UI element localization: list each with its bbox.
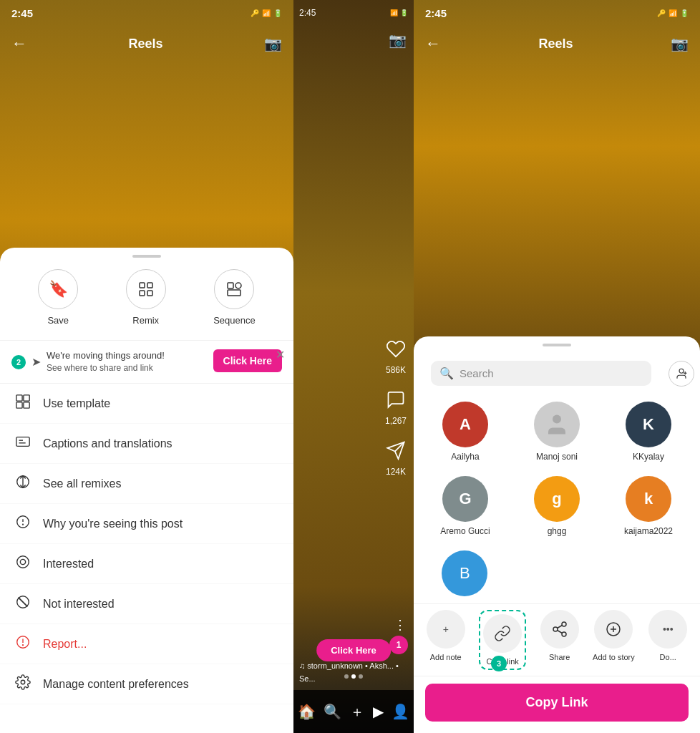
remix-icon-circle [126,269,166,309]
battery-icon: 🔋 [273,9,282,17]
captions-icon [14,434,31,453]
bottom-nav-middle: 🏠 🔍 ＋ ▶ 👤 [293,690,414,733]
menu-item-not-interested[interactable]: Not interested [0,584,293,624]
contact-manoj[interactable]: Manoj soni [511,394,603,469]
comment-action[interactable]: 1,267 [385,389,407,426]
music-text: ♫ storm_unknown • Aksh... • Se... [299,661,399,683]
right-actions-middle: 586K 1,267 124K [385,339,407,477]
search-bar[interactable]: 🔍 Search [431,361,651,386]
menu-item-manage[interactable]: Manage content preferences [0,664,293,704]
contact-aailyha[interactable]: A Aailyha [419,394,511,469]
more-options-button[interactable]: ⋮ [394,617,407,633]
more-share-label: Do... [660,653,676,661]
status-bar-left: 2:45 🔑 📶 🔋 [0,0,293,26]
like-count: 586K [386,365,406,375]
more-share-action[interactable]: ••• Do... [648,610,687,670]
notif-line1: We're moving things around! [47,349,206,362]
menu-item-template[interactable]: Use template [0,384,293,424]
notification-banner: 2 ➤ We're moving things around! See wher… [0,341,293,384]
contact-kkyalay[interactable]: K KKyalay [603,394,694,469]
notif-click-button[interactable]: Click Here [213,349,282,372]
battery-icon-right: 🔋 [680,9,689,17]
svg-rect-6 [228,290,240,296]
menu-item-interested[interactable]: Interested [0,544,293,584]
svg-line-37 [557,626,562,628]
svg-point-18 [23,524,24,525]
share-icon [386,440,406,465]
notif-icon: ➤ [31,355,41,369]
share-actions-row: + Add note Copy link [414,603,700,676]
sequence-action[interactable]: Sequence [213,269,256,326]
key-icon: 🔑 [251,9,259,17]
left-panel: 2:45 🔑 📶 🔋 ← Reels 📷 🔖 Save [0,0,293,733]
add-user-button[interactable] [669,361,694,387]
sequence-icon-circle [214,269,254,309]
status-time-middle: 2:45 [299,8,316,18]
remixes-label: See all remixes [43,477,121,490]
dots-icon: ••• [663,623,674,635]
avatar-aremo: G [442,476,488,522]
back-button-right[interactable]: ← [425,34,441,53]
more-share-icon: ••• [648,610,687,649]
svg-point-5 [235,283,241,288]
add-note-icon: + [427,610,465,649]
header-right: ← Reels 📷 [414,26,700,62]
share-send-action[interactable]: Share [540,610,579,670]
partial-contacts-row: B [414,543,700,603]
svg-point-32 [553,415,561,424]
search-icon-mid[interactable]: 🔍 [324,703,341,720]
menu-item-remixes[interactable]: See all remixes [0,464,293,504]
add-note-action[interactable]: + Add note [427,610,465,670]
search-placeholder[interactable]: Search [460,367,643,379]
share-count: 124K [386,467,406,477]
svg-rect-3 [140,291,145,296]
bottom-sheet: 🔖 Save Remix [0,248,293,733]
svg-rect-10 [24,402,29,408]
menu-item-report[interactable]: Report... [0,624,293,664]
camera-icon-middle[interactable]: 📷 [389,31,407,49]
remix-action[interactable]: Remix [126,269,166,326]
avatar-kaijama: k [626,476,671,522]
reels-icon-mid[interactable]: ▶ [373,703,384,720]
save-icon-circle: 🔖 [38,269,78,309]
wifi-icon-right: 📶 [669,9,677,17]
why-label: Why you're seeing this post [43,518,183,530]
action-icons-row: 🔖 Save Remix [0,269,293,341]
avatar-partial-1: B [442,550,487,596]
add-story-action[interactable]: Add to story [593,610,635,670]
svg-point-34 [553,627,558,631]
camera-icon-right[interactable]: 📷 [671,35,689,52]
create-icon-mid[interactable]: ＋ [350,702,364,722]
contact-partial-1[interactable]: B [419,543,510,603]
share-click-here-button[interactable]: Click Here [316,639,391,661]
like-action[interactable]: 586K [386,339,406,375]
report-label: Report... [43,638,87,651]
back-button-left[interactable]: ← [11,34,27,53]
plus-icon-note: + [443,623,449,635]
camera-icon-left[interactable]: 📷 [264,35,282,52]
contact-ghgg[interactable]: g ghgg [511,469,603,543]
menu-item-captions[interactable]: Captions and translations [0,424,293,464]
menu-item-why[interactable]: Why you're seeing this post [0,504,293,544]
svg-point-29 [679,369,684,373]
contact-name-kkyalay: KKyalay [633,452,664,462]
share-action[interactable]: 124K [386,440,406,477]
comment-count: 1,267 [385,416,407,426]
report-icon [14,634,31,654]
status-time-right: 2:45 [425,7,447,19]
notif-close-button[interactable]: ✕ [276,348,285,361]
template-icon [14,394,31,413]
avatar-ghgg: g [534,476,580,522]
home-icon-mid[interactable]: 🏠 [298,703,316,720]
notif-line2: See where to share and link [47,362,206,374]
sequence-label: Sequence [213,315,256,326]
profile-icon-mid[interactable]: 👤 [392,703,409,720]
contact-kaijama[interactable]: k kaijama2022 [603,469,694,543]
captions-label: Captions and translations [43,437,172,450]
save-action[interactable]: 🔖 Save [38,269,78,326]
copy-link-button[interactable]: Copy Link [425,684,689,722]
contact-aremo[interactable]: G Aremo Gucci [419,469,511,543]
copy-link-icon [483,614,522,653]
three-dots-icon: ⋮ [394,618,407,632]
comment-icon [386,389,406,414]
